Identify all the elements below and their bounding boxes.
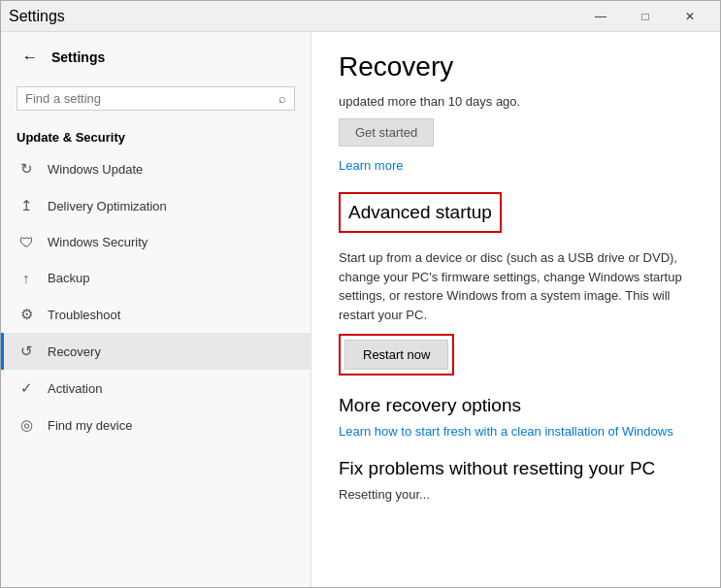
sidebar: ← Settings ⌕ Update & Security ↻ Windows… bbox=[1, 32, 311, 587]
advanced-startup-heading: Advanced startup bbox=[348, 202, 492, 223]
sidebar-item-label: Delivery Optimization bbox=[48, 199, 167, 213]
maximize-button[interactable]: □ bbox=[623, 1, 668, 32]
sidebar-item-delivery-optimization[interactable]: ↥ Delivery Optimization bbox=[1, 187, 311, 224]
sidebar-item-label: Find my device bbox=[48, 418, 132, 433]
titlebar-left: Settings bbox=[9, 8, 65, 25]
find-icon: ◎ bbox=[16, 416, 36, 434]
window-content: ← Settings ⌕ Update & Security ↻ Windows… bbox=[1, 32, 720, 587]
advanced-startup-description: Start up from a device or disc (such as … bbox=[339, 248, 693, 324]
search-box[interactable]: ⌕ bbox=[16, 86, 295, 111]
sidebar-item-label: Windows Security bbox=[48, 235, 147, 249]
upload-icon: ↥ bbox=[16, 197, 36, 214]
learn-more-link[interactable]: Learn more bbox=[339, 158, 693, 173]
sidebar-item-label: Recovery bbox=[48, 344, 101, 359]
fix-problems-heading: Fix problems without resetting your PC bbox=[339, 458, 693, 479]
sidebar-item-label: Activation bbox=[48, 381, 102, 396]
troubleshoot-icon: ⚙ bbox=[16, 306, 36, 323]
sidebar-item-recovery[interactable]: ↺ Recovery bbox=[1, 333, 311, 370]
advanced-startup-heading-section: Advanced startup bbox=[339, 192, 502, 233]
titlebar: Settings — □ ✕ bbox=[1, 1, 720, 32]
sidebar-app-title: Settings bbox=[51, 49, 105, 65]
back-button[interactable]: ← bbox=[16, 44, 44, 71]
sidebar-item-label: Troubleshoot bbox=[48, 308, 120, 322]
recovery-icon: ↺ bbox=[16, 343, 36, 360]
restart-now-button[interactable]: Restart now bbox=[344, 340, 448, 370]
more-options-heading: More recovery options bbox=[339, 395, 693, 416]
titlebar-controls: — □ ✕ bbox=[578, 1, 712, 32]
sidebar-item-find-my-device[interactable]: ◎ Find my device bbox=[1, 407, 311, 443]
main-content: Recovery updated more than 10 days ago. … bbox=[311, 32, 720, 587]
sidebar-item-windows-security[interactable]: 🛡 Windows Security bbox=[1, 224, 311, 260]
titlebar-title: Settings bbox=[9, 8, 65, 25]
activation-icon: ✓ bbox=[16, 379, 36, 397]
page-title: Recovery bbox=[339, 51, 693, 82]
search-icon[interactable]: ⌕ bbox=[279, 91, 286, 106]
minimize-button[interactable]: — bbox=[578, 1, 623, 32]
sidebar-item-label: Windows Update bbox=[48, 162, 143, 177]
sidebar-header: ← Settings bbox=[1, 32, 311, 82]
sidebar-item-activation[interactable]: ✓ Activation bbox=[1, 370, 311, 407]
learn-fresh-link[interactable]: Learn how to start fresh with a clean in… bbox=[339, 424, 693, 439]
refresh-icon: ↻ bbox=[16, 160, 36, 178]
sidebar-item-windows-update[interactable]: ↻ Windows Update bbox=[1, 150, 311, 187]
settings-window: Settings — □ ✕ ← Settings ⌕ Update & Sec… bbox=[0, 0, 721, 588]
close-button[interactable]: ✕ bbox=[668, 1, 712, 32]
sidebar-item-label: Backup bbox=[48, 271, 89, 285]
sidebar-section-label: Update & Security bbox=[1, 122, 311, 150]
sidebar-item-backup[interactable]: ↑ Backup bbox=[1, 260, 311, 296]
fix-problems-description: Resetting your... bbox=[339, 485, 693, 505]
search-input[interactable] bbox=[25, 91, 273, 106]
restart-button-wrapper: Restart now bbox=[339, 334, 454, 376]
get-started-button[interactable]: Get started bbox=[339, 118, 434, 147]
shield-icon: 🛡 bbox=[16, 234, 36, 250]
sidebar-item-troubleshoot[interactable]: ⚙ Troubleshoot bbox=[1, 296, 311, 333]
subtitle-text: updated more than 10 days ago. bbox=[339, 94, 693, 109]
backup-icon: ↑ bbox=[16, 270, 36, 286]
